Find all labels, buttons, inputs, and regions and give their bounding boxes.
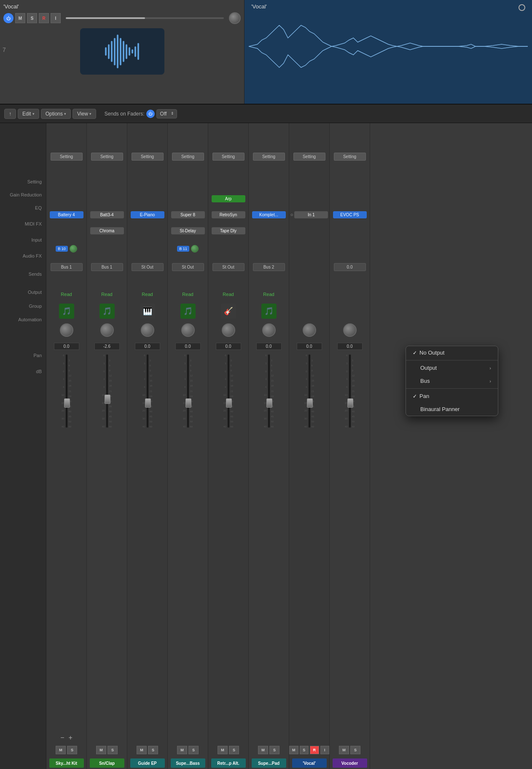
fader-handle-ch2[interactable] (105, 395, 110, 404)
input-indicator[interactable]: I (320, 746, 330, 754)
automation-read-ch2[interactable]: Read (101, 292, 112, 297)
db-field-ch4[interactable] (175, 343, 201, 350)
fader-track-ch6[interactable] (268, 354, 270, 428)
fader-handle-ch6[interactable] (266, 398, 272, 408)
pan-knob-ch1[interactable] (60, 323, 73, 337)
fader-track-ch4[interactable] (187, 354, 189, 428)
pan-knob-top[interactable] (229, 12, 241, 24)
mute-btn-ch8[interactable]: M (339, 746, 349, 754)
output-btn-ch2[interactable]: Bus 1 (91, 263, 123, 271)
solo-button[interactable]: S (27, 13, 37, 23)
menu-item-output[interactable]: Output › (406, 361, 498, 374)
solo-btn-ch8[interactable]: S (350, 746, 360, 754)
menu-item-bus[interactable]: Bus › (406, 374, 498, 387)
solo-btn-ch4[interactable]: S (188, 746, 199, 754)
db-field-ch3[interactable] (135, 343, 160, 350)
input-monitor-button[interactable]: I (51, 13, 61, 23)
options-button[interactable]: Options ▾ (41, 109, 71, 119)
fader-handle-ch8[interactable] (347, 398, 353, 408)
fader-track-ch2[interactable] (106, 354, 108, 428)
power-button[interactable]: ⏻ (3, 13, 13, 23)
midifx-btn-ch5[interactable]: Arp (212, 195, 245, 202)
edit-button[interactable]: Edit ▾ (18, 109, 39, 119)
mute-btn-ch5[interactable]: M (218, 746, 228, 754)
pan-knob-ch5[interactable] (222, 323, 235, 337)
fader-track-ch3[interactable] (146, 354, 149, 428)
fader-track-ch5[interactable] (227, 354, 230, 428)
mute-btn-ch4[interactable]: M (177, 746, 187, 754)
input-btn-ch4[interactable]: Super 8 (171, 211, 205, 218)
output-btn-ch4[interactable]: St Out (172, 263, 204, 271)
sends-dropdown[interactable]: Off ⇕ (156, 109, 177, 118)
send-knob-ch1[interactable] (70, 245, 77, 253)
fader-plus[interactable]: + (69, 734, 73, 741)
output-btn-ch3[interactable]: St Out (132, 263, 164, 271)
mute-button[interactable]: M (15, 13, 25, 23)
input-btn-ch2[interactable]: Batt3-4 (90, 211, 124, 218)
pan-knob-ch8[interactable] (343, 323, 357, 337)
volume-slider[interactable] (66, 17, 224, 19)
automation-read-ch4[interactable]: Read (182, 292, 193, 297)
fader-minus[interactable]: − (60, 734, 64, 741)
output-btn-ch6[interactable]: Bus 2 (253, 263, 285, 271)
solo-btn-ch3[interactable]: S (148, 746, 158, 754)
fader-handle-ch3[interactable] (145, 398, 151, 408)
input-btn-ch3[interactable]: E-Piano (131, 211, 164, 218)
pan-knob-ch4[interactable] (181, 323, 195, 337)
db-field-ch1[interactable] (54, 343, 79, 350)
fader-track-ch7[interactable] (308, 354, 311, 428)
setting-button-ch2[interactable]: Setting (91, 153, 123, 161)
setting-button-ch4[interactable]: Setting (172, 153, 204, 161)
back-button[interactable]: ↑ (4, 109, 16, 119)
automation-read-ch5[interactable]: Read (223, 292, 234, 297)
audiofx-btn-ch5[interactable]: Tape Dly (212, 227, 245, 234)
input-btn-ch6[interactable]: Komplet... (252, 211, 286, 218)
pan-knob-ch7[interactable] (303, 323, 316, 337)
db-field-ch8[interactable] (337, 343, 363, 350)
fader-track-ch1[interactable] (65, 354, 68, 428)
fader-handle-ch4[interactable] (185, 398, 191, 408)
input-btn-ch1[interactable]: Battery 4 (50, 211, 83, 218)
mute-btn-ch2[interactable]: M (96, 746, 106, 754)
mute-btn-ch1[interactable]: M (56, 746, 66, 754)
automation-read-ch1[interactable]: Read (61, 292, 72, 297)
audiofx-btn-ch2[interactable]: Chroma (90, 227, 124, 234)
sends-power-button[interactable]: ⏻ (146, 110, 155, 118)
input-btn-ch7[interactable]: In 1 (294, 211, 328, 218)
fader-track-ch8[interactable] (349, 354, 351, 428)
solo-btn-ch7[interactable]: S (300, 746, 309, 754)
output-btn-ch8[interactable]: 0.0 (334, 263, 366, 271)
menu-item-pan[interactable]: ✓Pan (406, 390, 498, 403)
solo-btn-ch1[interactable]: S (67, 746, 77, 754)
setting-button-ch6[interactable]: Setting (253, 153, 285, 161)
pan-knob-ch6[interactable] (262, 323, 276, 337)
mute-btn-ch7[interactable]: M (289, 746, 298, 754)
solo-btn-ch5[interactable]: S (229, 746, 239, 754)
fader-handle-ch7[interactable] (307, 398, 313, 408)
mute-btn-ch6[interactable]: M (258, 746, 268, 754)
audiofx-btn-ch4[interactable]: St-Delay (171, 227, 205, 234)
output-btn-ch5[interactable]: St Out (212, 263, 245, 271)
setting-button-ch1[interactable]: Setting (51, 153, 83, 161)
input-btn-ch8[interactable]: EVOC PS (333, 211, 367, 218)
solo-btn-ch2[interactable]: S (107, 746, 118, 754)
input-btn-ch5[interactable]: RetroSyn (212, 211, 245, 218)
setting-button-ch8[interactable]: Setting (334, 153, 366, 161)
fader-handle-ch1[interactable] (64, 398, 70, 408)
output-btn-ch1[interactable]: Bus 1 (51, 263, 83, 271)
record-indicator[interactable]: R (310, 746, 319, 754)
db-field-ch2[interactable] (94, 343, 120, 350)
pan-knob-ch2[interactable] (100, 323, 114, 337)
db-field-ch6[interactable] (256, 343, 282, 350)
fader-handle-ch5[interactable] (226, 398, 232, 408)
mute-btn-ch3[interactable]: M (137, 746, 147, 754)
pan-knob-ch3[interactable] (141, 323, 154, 337)
setting-button-ch7[interactable]: Setting (293, 153, 325, 161)
send-knob-ch4[interactable] (191, 245, 199, 253)
menu-item-binaural[interactable]: Binaural Panner (406, 403, 498, 416)
automation-read-ch3[interactable]: Read (142, 292, 153, 297)
menu-item-no-output[interactable]: ✓No Output (406, 346, 498, 359)
setting-button-ch3[interactable]: Setting (132, 153, 164, 161)
record-button[interactable]: R (39, 13, 49, 23)
setting-button-ch5[interactable]: Setting (212, 153, 245, 161)
